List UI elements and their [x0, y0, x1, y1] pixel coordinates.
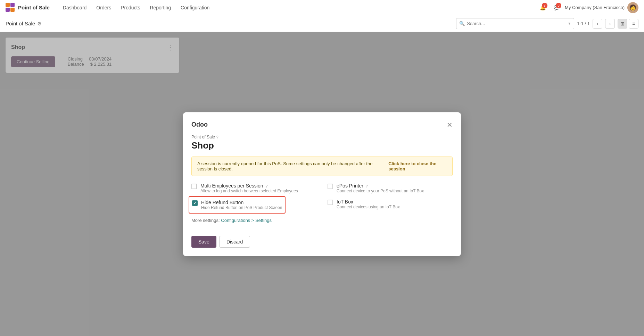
search-icon: 🔍 [459, 21, 465, 26]
multi-employees-checkbox[interactable] [191, 184, 197, 189]
view-toggle: ⊞ ≡ [618, 19, 638, 29]
nav-links: Dashboard Orders Products Reporting Conf… [58, 0, 215, 15]
hide-refund-label: Hide Refund Button [201, 200, 282, 205]
svg-rect-3 [10, 8, 15, 12]
options-grid: Multi Employees per Session ? Allow to l… [191, 183, 453, 211]
modal-divider [183, 230, 461, 230]
list-view-button[interactable]: ≡ [629, 19, 638, 29]
breadcrumb-bar: Point of Sale ⚙ 🔍 ▼ 1-1 / 1 ‹ › ⊞ ≡ [0, 15, 644, 32]
modal-title: Odoo [191, 121, 208, 128]
option-hide-refund: Hide Refund Button Hide Refund Button on… [191, 199, 316, 211]
messages-count: 3 [556, 3, 561, 8]
iot-box-label: IoT Box [337, 199, 400, 205]
hide-refund-checkbox[interactable] [192, 200, 198, 206]
app-logo[interactable]: Point of Sale [6, 3, 50, 13]
hide-refund-desc: Hide Refund Button on PoS Product Screen [201, 205, 282, 210]
multi-employees-label: Multi Employees per Session [200, 183, 263, 189]
close-session-link[interactable]: Click here to close the session [388, 161, 447, 171]
modal-dialog: Odoo ✕ Point of Sale ? Shop A session is… [183, 112, 461, 256]
user-avatar[interactable]: 🧑 [627, 2, 638, 13]
option-multi-employees: Multi Employees per Session ? Allow to l… [191, 183, 316, 193]
modal-close-button[interactable]: ✕ [447, 121, 453, 129]
company-name: My Company (San Francisco) [565, 5, 625, 10]
svg-rect-0 [6, 3, 10, 7]
save-button[interactable]: Save [191, 236, 216, 248]
epos-printer-desc: Connect device to your PoS without an Io… [337, 189, 424, 193]
notifications-count: 7 [542, 3, 547, 8]
top-navbar: Point of Sale Dashboard Orders Products … [0, 0, 644, 15]
iot-box-checkbox[interactable] [328, 200, 333, 205]
next-page-button[interactable]: › [605, 19, 615, 29]
option-epos-printer: ePos Printer ? Connect device to your Po… [328, 183, 453, 193]
svg-rect-1 [10, 3, 15, 7]
iot-box-desc: Connect devices using an IoT Box [337, 205, 400, 209]
discard-button[interactable]: Discard [219, 236, 250, 248]
multi-employees-desc: Allow to log and switch between selected… [200, 189, 298, 193]
warning-banner: A session is currently opened for this P… [191, 157, 453, 176]
modal-shop-name: Shop [191, 140, 453, 151]
nav-orders[interactable]: Orders [91, 0, 116, 15]
configurations-settings-link[interactable]: Configurations > Settings [221, 218, 272, 223]
multi-employees-help-icon[interactable]: ? [265, 184, 267, 188]
nav-configuration[interactable]: Configuration [176, 0, 214, 15]
modal-overlay: Odoo ✕ Point of Sale ? Shop A session is… [0, 32, 644, 336]
grid-view-button[interactable]: ⊞ [618, 19, 627, 29]
modal-footer: Save Discard [191, 236, 453, 248]
hide-refund-highlight: Hide Refund Button Hide Refund Button on… [189, 196, 286, 214]
main-content: Shop ⋮ Continue Selling Closing 03/07/20… [0, 32, 644, 336]
prev-page-button[interactable]: ‹ [593, 19, 602, 29]
subtitle-help-icon[interactable]: ? [216, 135, 218, 139]
nav-dashboard[interactable]: Dashboard [58, 0, 92, 15]
epos-printer-checkbox[interactable] [328, 184, 333, 189]
modal-subtitle-label: Point of Sale ? [191, 135, 453, 139]
search-dropdown-arrow[interactable]: ▼ [568, 22, 571, 25]
nav-right: 🔔 7 💬 3 My Company (San Francisco) 🧑 [537, 2, 638, 13]
search-input[interactable] [467, 21, 566, 26]
messages-button[interactable]: 💬 3 [551, 2, 562, 13]
modal-header: Odoo ✕ [191, 121, 453, 129]
epos-printer-label: ePos Printer [337, 183, 363, 189]
option-iot-box: IoT Box Connect devices using an IoT Box [328, 199, 453, 211]
breadcrumb-right: 🔍 ▼ 1-1 / 1 ‹ › ⊞ ≡ [456, 18, 638, 29]
notifications-button[interactable]: 🔔 7 [537, 2, 548, 13]
epos-printer-help-icon[interactable]: ? [366, 184, 368, 188]
search-bar[interactable]: 🔍 ▼ [456, 18, 574, 29]
nav-products[interactable]: Products [116, 0, 145, 15]
svg-rect-2 [6, 8, 10, 12]
app-logo-text: Point of Sale [18, 5, 50, 10]
nav-reporting[interactable]: Reporting [145, 0, 176, 15]
warning-text: A session is currently opened for this P… [197, 161, 385, 171]
pagination-info: 1-1 / 1 [577, 21, 590, 26]
breadcrumb[interactable]: Point of Sale [6, 21, 35, 26]
more-settings: More settings: Configurations > Settings [191, 218, 453, 223]
settings-gear-icon[interactable]: ⚙ [37, 21, 42, 26]
